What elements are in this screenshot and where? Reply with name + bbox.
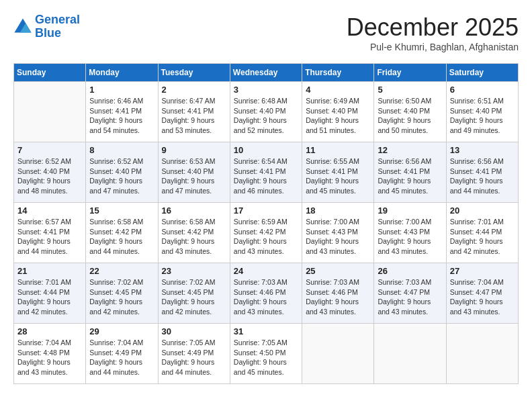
calendar-cell [446,324,518,384]
day-number: 13 [450,145,515,155]
weekday-header-friday: Friday [374,64,446,82]
day-number: 31 [234,326,298,336]
calendar-cell: 29Sunrise: 7:04 AMSunset: 4:49 PMDayligh… [86,324,158,384]
calendar-cell: 15Sunrise: 6:58 AMSunset: 4:42 PMDayligh… [86,203,158,263]
day-number: 10 [234,145,298,155]
day-info: Sunrise: 7:00 AMSunset: 4:43 PMDaylight:… [306,217,370,257]
calendar-cell: 5Sunrise: 6:50 AMSunset: 4:40 PMDaylight… [374,82,446,142]
calendar-cell: 3Sunrise: 6:48 AMSunset: 4:40 PMDaylight… [230,82,302,142]
location: Pul-e Khumri, Baghlan, Afghanistan [347,42,519,52]
day-number: 6 [450,85,515,95]
calendar-cell [374,324,446,384]
day-number: 30 [162,326,226,336]
calendar-cell: 13Sunrise: 6:56 AMSunset: 4:41 PMDayligh… [446,142,518,203]
day-info: Sunrise: 6:49 AMSunset: 4:40 PMDaylight:… [306,96,370,136]
weekday-header-tuesday: Tuesday [158,64,230,82]
day-info: Sunrise: 7:05 AMSunset: 4:50 PMDaylight:… [234,338,298,377]
day-info: Sunrise: 6:59 AMSunset: 4:42 PMDaylight:… [234,217,298,257]
weekday-header-thursday: Thursday [302,64,374,82]
calendar-cell: 28Sunrise: 7:04 AMSunset: 4:48 PMDayligh… [14,324,86,384]
day-info: Sunrise: 6:58 AMSunset: 4:42 PMDaylight:… [162,217,226,257]
calendar-cell: 10Sunrise: 6:54 AMSunset: 4:41 PMDayligh… [230,142,302,203]
day-number: 20 [450,205,515,216]
page-header: General Blue December 2025 Pul-e Khumri,… [13,13,519,52]
day-info: Sunrise: 7:01 AMSunset: 4:44 PMDaylight:… [17,277,82,317]
title-block: December 2025 Pul-e Khumri, Baghlan, Afg… [347,13,519,52]
calendar-cell: 16Sunrise: 6:58 AMSunset: 4:42 PMDayligh… [158,203,230,263]
calendar-week-row: 28Sunrise: 7:04 AMSunset: 4:48 PMDayligh… [14,324,519,384]
month-title: December 2025 [347,13,519,42]
calendar-cell: 19Sunrise: 7:00 AMSunset: 4:43 PMDayligh… [374,203,446,263]
calendar-cell: 25Sunrise: 7:03 AMSunset: 4:46 PMDayligh… [302,263,374,324]
day-number: 4 [306,85,370,95]
calendar-cell: 27Sunrise: 7:04 AMSunset: 4:47 PMDayligh… [446,263,518,324]
day-number: 19 [378,205,442,216]
calendar-week-row: 21Sunrise: 7:01 AMSunset: 4:44 PMDayligh… [14,263,519,324]
calendar-cell: 8Sunrise: 6:52 AMSunset: 4:40 PMDaylight… [86,142,158,203]
day-number: 29 [89,326,154,336]
calendar-cell: 9Sunrise: 6:53 AMSunset: 4:40 PMDaylight… [158,142,230,203]
logo-text: General Blue [35,13,80,40]
calendar-cell: 26Sunrise: 7:03 AMSunset: 4:47 PMDayligh… [374,263,446,324]
calendar-cell: 30Sunrise: 7:05 AMSunset: 4:49 PMDayligh… [158,324,230,384]
weekday-header-wednesday: Wednesday [230,64,302,82]
day-number: 25 [306,266,370,276]
day-info: Sunrise: 7:04 AMSunset: 4:48 PMDaylight:… [17,338,82,377]
calendar-cell: 24Sunrise: 7:03 AMSunset: 4:46 PMDayligh… [230,263,302,324]
day-number: 24 [234,266,298,276]
day-info: Sunrise: 6:51 AMSunset: 4:40 PMDaylight:… [450,96,515,136]
calendar-cell: 17Sunrise: 6:59 AMSunset: 4:42 PMDayligh… [230,203,302,263]
day-number: 27 [450,266,515,276]
day-number: 15 [89,205,154,216]
day-info: Sunrise: 7:04 AMSunset: 4:49 PMDaylight:… [89,338,154,377]
logo-icon [13,17,32,36]
day-info: Sunrise: 6:52 AMSunset: 4:40 PMDaylight:… [89,156,154,196]
day-number: 14 [17,205,82,216]
calendar-table: SundayMondayTuesdayWednesdayThursdayFrid… [13,63,519,384]
day-number: 16 [162,205,226,216]
day-info: Sunrise: 6:52 AMSunset: 4:40 PMDaylight:… [17,156,82,196]
calendar-cell: 22Sunrise: 7:02 AMSunset: 4:45 PMDayligh… [86,263,158,324]
calendar-cell: 7Sunrise: 6:52 AMSunset: 4:40 PMDaylight… [14,142,86,203]
calendar-week-row: 1Sunrise: 6:46 AMSunset: 4:41 PMDaylight… [14,82,519,142]
calendar-cell: 23Sunrise: 7:02 AMSunset: 4:45 PMDayligh… [158,263,230,324]
day-info: Sunrise: 6:48 AMSunset: 4:40 PMDaylight:… [234,96,298,136]
day-info: Sunrise: 7:03 AMSunset: 4:47 PMDaylight:… [378,277,442,317]
calendar-cell: 2Sunrise: 6:47 AMSunset: 4:41 PMDaylight… [158,82,230,142]
calendar-cell: 6Sunrise: 6:51 AMSunset: 4:40 PMDaylight… [446,82,518,142]
day-info: Sunrise: 6:56 AMSunset: 4:41 PMDaylight:… [378,156,442,196]
day-info: Sunrise: 7:00 AMSunset: 4:43 PMDaylight:… [378,217,442,257]
day-info: Sunrise: 7:02 AMSunset: 4:45 PMDaylight:… [162,277,226,317]
calendar-cell: 21Sunrise: 7:01 AMSunset: 4:44 PMDayligh… [14,263,86,324]
calendar-cell: 14Sunrise: 6:57 AMSunset: 4:41 PMDayligh… [14,203,86,263]
calendar-cell: 1Sunrise: 6:46 AMSunset: 4:41 PMDaylight… [86,82,158,142]
day-number: 1 [89,85,154,95]
day-info: Sunrise: 6:58 AMSunset: 4:42 PMDaylight:… [89,217,154,257]
day-info: Sunrise: 6:46 AMSunset: 4:41 PMDaylight:… [89,96,154,136]
day-info: Sunrise: 6:54 AMSunset: 4:41 PMDaylight:… [234,156,298,196]
day-number: 7 [17,145,82,155]
day-number: 17 [234,205,298,216]
calendar-cell: 11Sunrise: 6:55 AMSunset: 4:41 PMDayligh… [302,142,374,203]
weekday-header-saturday: Saturday [446,64,518,82]
day-number: 2 [162,85,226,95]
day-info: Sunrise: 6:53 AMSunset: 4:40 PMDaylight:… [162,156,226,196]
day-info: Sunrise: 6:55 AMSunset: 4:41 PMDaylight:… [306,156,370,196]
day-number: 23 [162,266,226,276]
day-number: 28 [17,326,82,336]
day-number: 18 [306,205,370,216]
calendar-week-row: 7Sunrise: 6:52 AMSunset: 4:40 PMDaylight… [14,142,519,203]
calendar-week-row: 14Sunrise: 6:57 AMSunset: 4:41 PMDayligh… [14,203,519,263]
day-info: Sunrise: 6:56 AMSunset: 4:41 PMDaylight:… [450,156,515,196]
day-number: 22 [89,266,154,276]
day-number: 12 [378,145,442,155]
day-number: 3 [234,85,298,95]
day-info: Sunrise: 7:04 AMSunset: 4:47 PMDaylight:… [450,277,515,317]
calendar-cell: 20Sunrise: 7:01 AMSunset: 4:44 PMDayligh… [446,203,518,263]
calendar-cell [302,324,374,384]
day-number: 5 [378,85,442,95]
day-number: 9 [162,145,226,155]
day-number: 26 [378,266,442,276]
day-info: Sunrise: 6:50 AMSunset: 4:40 PMDaylight:… [378,96,442,136]
day-info: Sunrise: 7:05 AMSunset: 4:49 PMDaylight:… [162,338,226,377]
